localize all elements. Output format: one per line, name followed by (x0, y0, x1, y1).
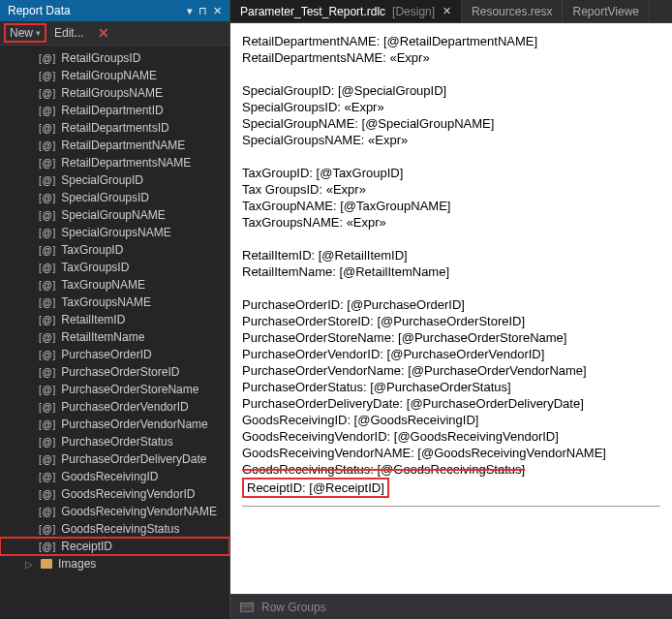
report-text-line[interactable]: GoodsReceivingVendorID: [@GoodsReceiving… (242, 428, 660, 445)
parameter-label: RetailGroupsNAME (61, 86, 163, 100)
parameter-item[interactable]: [@]SpecialGroupsID (0, 189, 229, 206)
parameter-icon: [@] (39, 280, 55, 291)
parameter-icon: [@] (39, 158, 55, 169)
parameter-item[interactable]: [@]TaxGroupsNAME (0, 294, 229, 311)
expand-icon[interactable]: ▷ (25, 559, 33, 570)
report-text-line[interactable]: GoodsReceivingVendorNAME: [@GoodsReceivi… (242, 445, 660, 461)
parameter-item[interactable]: [@]ReceiptID (0, 538, 229, 555)
report-text-line-highlighted[interactable]: ReceiptID: [@ReceiptID] (242, 478, 660, 498)
parameter-item[interactable]: [@]GoodsReceivingVendorID (0, 485, 229, 503)
parameter-item[interactable]: [@]TaxGroupsID (0, 259, 229, 276)
parameter-label: TaxGroupID (61, 243, 123, 257)
parameter-item[interactable]: [@]RetailGroupsNAME (0, 84, 229, 102)
parameter-icon: [@] (39, 175, 55, 186)
parameter-label: SpecialGroupID (61, 173, 143, 187)
report-text-line[interactable]: SpecialGroupsID: «Expr» (242, 99, 660, 115)
parameter-icon: [@] (39, 437, 55, 448)
report-text-line[interactable] (242, 148, 660, 165)
parameter-icon: [@] (39, 140, 55, 151)
report-text-line[interactable] (242, 280, 660, 296)
report-text-line[interactable]: GoodsReceivingID: [@GoodsReceivingID] (242, 412, 660, 428)
parameter-item[interactable]: [@]TaxGroupNAME (0, 276, 229, 294)
parameter-label: PurchaseOrderDeliveryDate (61, 452, 206, 466)
parameter-tree[interactable]: [@]RetailGroupsID[@]RetailGroupNAME[@]Re… (0, 46, 229, 619)
parameter-item[interactable]: [@]PurchaseOrderStoreID (0, 363, 229, 381)
parameter-item[interactable]: [@]SpecialGroupID (0, 171, 229, 189)
tab-close-icon[interactable]: ✕ (443, 5, 451, 17)
parameter-item[interactable]: [@]SpecialGroupNAME (0, 206, 229, 224)
parameter-label: SpecialGroupNAME (61, 208, 165, 222)
report-text-line[interactable]: RetailDepartmentNAME: [@RetailDepartment… (242, 33, 660, 49)
report-text-line[interactable]: PurchaseOrderStoreName: [@PurchaseOrderS… (242, 329, 660, 346)
report-text-line[interactable]: TaxGroupID: [@TaxGroupID] (242, 165, 660, 181)
pin-icon[interactable]: ⊓ (199, 5, 207, 17)
report-text-line[interactable] (242, 66, 660, 82)
parameter-item[interactable]: [@]PurchaseOrderVendorID (0, 398, 229, 416)
parameter-item[interactable]: [@]PurchaseOrderVendorName (0, 416, 229, 433)
parameter-item[interactable]: [@]RetailDepartmentID (0, 102, 229, 119)
parameter-item[interactable]: [@]RetailDepartmentsNAME (0, 154, 229, 171)
new-button[interactable]: New ▾ (6, 25, 45, 41)
report-text-line[interactable]: RetailDepartmentsNAME: «Expr» (242, 49, 660, 66)
parameter-label: PurchaseOrderID (61, 348, 151, 361)
report-text-line[interactable]: SpecialGroupID: [@SpecialGroupID] (242, 82, 660, 99)
report-text-line[interactable]: PurchaseOrderVendorName: [@PurchaseOrder… (242, 362, 660, 379)
panel-title: Report Data (8, 4, 187, 17)
report-design-surface[interactable]: RetailDepartmentNAME: [@RetailDepartment… (230, 23, 672, 594)
report-text-line[interactable]: SpecialGroupNAME: [@SpecialGroupNAME] (242, 115, 660, 132)
editor-tab[interactable]: Resources.resx (462, 0, 563, 22)
parameter-label: RetailDepartmentsNAME (61, 156, 191, 170)
editor-area: Parameter_Test_Report.rdlc[Design]✕Resou… (230, 0, 672, 619)
parameter-item[interactable]: [@]RetailDepartmentsID (0, 119, 229, 137)
close-icon[interactable]: ✕ (213, 5, 222, 17)
parameter-item[interactable]: [@]TaxGroupID (0, 241, 229, 259)
report-text-line[interactable]: Tax GroupsID: «Expr» (242, 181, 660, 198)
dropdown-icon[interactable]: ▾ (187, 5, 193, 17)
parameter-label: PurchaseOrderStoreID (61, 365, 179, 379)
parameter-icon: [@] (39, 210, 55, 221)
parameter-item[interactable]: [@]RetailGroupsID (0, 49, 229, 67)
parameter-label: TaxGroupsNAME (61, 295, 151, 309)
parameter-item[interactable]: [@]GoodsReceivingID (0, 468, 229, 485)
parameter-item[interactable]: [@]RetailItemName (0, 328, 229, 346)
parameter-item[interactable]: [@]RetailGroupNAME (0, 67, 229, 84)
parameter-item[interactable]: [@]GoodsReceivingVendorNAME (0, 503, 229, 520)
parameter-item[interactable]: [@]PurchaseOrderID (0, 346, 229, 363)
parameter-icon: [@] (39, 297, 55, 308)
report-text-line[interactable]: PurchaseOrderVendorID: [@PurchaseOrderVe… (242, 346, 660, 362)
parameter-item[interactable]: [@]SpecialGroupsNAME (0, 224, 229, 241)
tab-label: Resources.resx (472, 5, 552, 18)
delete-icon[interactable]: ✕ (98, 25, 109, 41)
edit-button[interactable]: Edit... (54, 26, 84, 40)
parameter-item[interactable]: [@]GoodsReceivingStatus (0, 520, 229, 538)
editor-tab[interactable]: ReportViewe (563, 0, 649, 22)
parameter-icon: [@] (39, 88, 55, 99)
report-text-line[interactable]: PurchaseOrderStoreID: [@PurchaseOrderSto… (242, 313, 660, 329)
report-text-line[interactable] (242, 231, 660, 247)
row-groups-icon (240, 603, 254, 612)
parameter-item[interactable]: [@]RetailItemID (0, 311, 229, 328)
report-text-line[interactable]: PurchaseOrderDeliveryDate: [@PurchaseOrd… (242, 395, 660, 412)
parameter-label: TaxGroupsID (61, 261, 129, 274)
report-text-line[interactable]: PurchaseOrderStatus: [@PurchaseOrderStat… (242, 379, 660, 395)
parameter-item[interactable]: [@]PurchaseOrderStoreName (0, 381, 229, 398)
parameter-item[interactable]: [@]RetailDepartmentNAME (0, 137, 229, 154)
report-text-line[interactable]: RetailItemID: [@RetailItemID] (242, 247, 660, 263)
parameter-icon: [@] (39, 315, 55, 325)
parameter-icon: [@] (39, 350, 55, 360)
parameter-item[interactable]: [@]PurchaseOrderStatus (0, 433, 229, 450)
parameter-label: RetailGroupNAME (61, 69, 157, 82)
report-text-line-strike[interactable]: GoodsReceivingStatus: [@GoodsReceivingSt… (242, 461, 660, 478)
report-text-line[interactable]: RetailItemName: [@RetailItemName] (242, 263, 660, 280)
parameter-label: RetailItemID (61, 313, 125, 326)
panel-header: Report Data ▾ ⊓ ✕ (0, 0, 229, 21)
report-text-line[interactable]: TaxGroupsNAME: «Expr» (242, 214, 660, 231)
parameter-item[interactable]: [@]PurchaseOrderDeliveryDate (0, 450, 229, 468)
report-text-line[interactable]: PurchaseOrderID: [@PurchaseOrderID] (242, 296, 660, 313)
tab-label: ReportViewe (572, 5, 638, 18)
report-text-line[interactable]: TaxGroupNAME: [@TaxGroupNAME] (242, 198, 660, 214)
editor-tab[interactable]: Parameter_Test_Report.rdlc[Design]✕ (230, 0, 462, 22)
report-text-line[interactable]: SpecialGroupsNAME: «Expr» (242, 132, 660, 148)
folder-icon (41, 559, 52, 569)
images-folder[interactable]: ▷Images (0, 555, 229, 573)
